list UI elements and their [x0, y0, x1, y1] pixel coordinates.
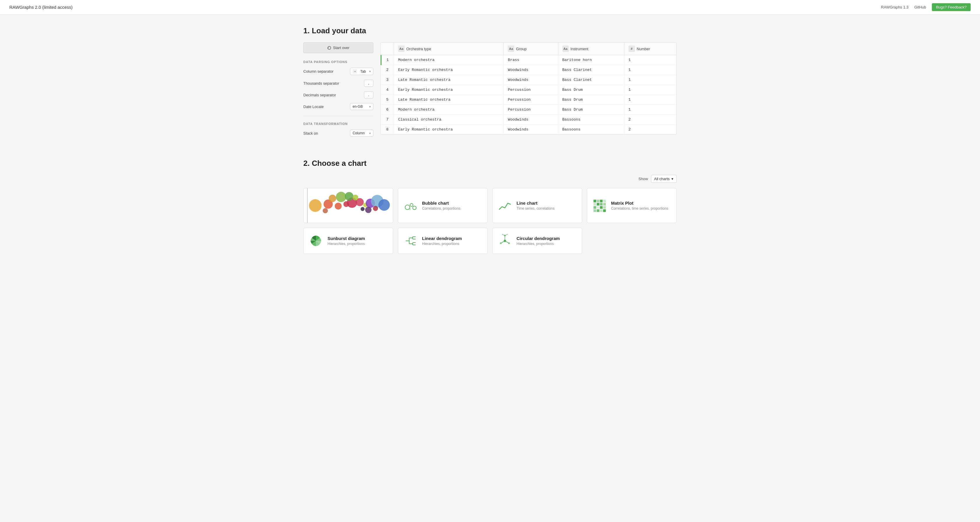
table-cell: Modern orchestra — [394, 55, 504, 65]
start-over-label: Start over — [333, 46, 349, 50]
bubble-chart-info: Bubble chart Correlations, proportions — [422, 201, 460, 211]
rawgraphs-1-3-link[interactable]: RAWGraphs 1.3 — [881, 5, 908, 10]
bubble-preview-svg — [304, 188, 393, 223]
refresh-icon — [327, 46, 331, 50]
table-cell: Bassoons — [558, 115, 624, 125]
col-type-aa-1: Aa — [398, 46, 404, 52]
tab-badge: ⇥ — [353, 69, 357, 73]
svg-rect-26 — [593, 203, 596, 206]
table-header: Aa Orchestra type Aa Group — [381, 43, 677, 55]
column-separator-select[interactable]: ⇥ Tab ▾ — [350, 68, 373, 75]
stack-on-row: Stack on Column ▾ — [303, 129, 373, 137]
chart-card-matrix[interactable]: Matrix Plot Correlations, time series, p… — [587, 188, 677, 223]
table-row: 7Classical orchestraWoodwindsBassoons2 — [381, 115, 677, 125]
linear-dendrogram-desc: Hierarchies, proportions — [422, 242, 462, 246]
table-cell: Late Romantic orchestra — [394, 95, 504, 105]
svg-rect-31 — [597, 206, 600, 209]
row-number: 4 — [381, 85, 394, 95]
start-over-button[interactable]: Start over — [303, 42, 373, 53]
table-cell: 1 — [624, 65, 676, 75]
date-locale-arrow: ▾ — [369, 105, 371, 108]
svg-point-16 — [365, 207, 372, 213]
table-cell: 1 — [624, 75, 676, 85]
svg-point-57 — [502, 234, 503, 235]
matrix-chart-icon — [592, 198, 607, 213]
table-cell: Percussion — [504, 105, 558, 115]
svg-rect-30 — [593, 206, 596, 209]
table-cell: Late Romantic orchestra — [394, 75, 504, 85]
table-cell: Bass Drum — [558, 95, 624, 105]
decimals-separator-input[interactable] — [364, 91, 373, 98]
line-chart-info: Line chart Time series, correlations — [517, 201, 554, 211]
circular-dendrogram-info: Circular dendrogram Hierarchies, proport… — [517, 236, 560, 246]
table-cell: Woodwinds — [504, 115, 558, 125]
stack-on-select[interactable]: Column ▾ — [350, 129, 373, 137]
bubble-chart-icon — [403, 198, 418, 213]
table-row: 4Early Romantic orchestraPercussionBass … — [381, 85, 677, 95]
table-cell: 1 — [624, 95, 676, 105]
svg-rect-36 — [600, 209, 603, 212]
stack-on-arrow: ▾ — [369, 132, 371, 135]
col-name-group: Group — [516, 47, 527, 51]
linear-dendrogram-icon — [403, 233, 418, 249]
stack-on-value: Column — [353, 131, 364, 135]
table-row: 6Modern orchestraPercussionBass Drum1 — [381, 105, 677, 115]
section2-heading: 2. Choose a chart — [303, 159, 677, 168]
table-cell: Early Romantic orchestra — [394, 65, 504, 75]
svg-rect-32 — [600, 206, 603, 209]
col-header-instrument: Aa Instrument — [558, 43, 624, 55]
svg-point-13 — [329, 195, 336, 202]
sunburst-chart-icon — [308, 233, 323, 249]
date-locale-select[interactable]: en-GB ▾ — [350, 103, 373, 110]
col-header-orchestra-type: Aa Orchestra type — [394, 43, 504, 55]
matrix-chart-desc: Correlations, time series, proportions — [611, 206, 668, 211]
table-cell: Early Romantic orchestra — [394, 125, 504, 134]
row-number: 2 — [381, 65, 394, 75]
row-number: 8 — [381, 125, 394, 134]
svg-rect-27 — [597, 203, 600, 206]
row-number: 7 — [381, 115, 394, 125]
github-link[interactable]: GitHub — [915, 5, 926, 10]
circular-dendrogram-desc: Hierarchies, proportions — [517, 242, 560, 246]
col-type-aa-2: Aa — [508, 46, 514, 52]
chart-card-line[interactable]: Line chart Time series, correlations — [492, 188, 582, 223]
table-cell: Woodwinds — [504, 125, 558, 134]
table-cell: Percussion — [504, 85, 558, 95]
table-cell: Woodwinds — [504, 65, 558, 75]
main-content: 1. Load your data Start over DATA PARSIN… — [286, 14, 694, 266]
bubble-chart-desc: Correlations, proportions — [422, 206, 460, 211]
svg-rect-22 — [593, 200, 596, 202]
thousands-separator-label: Thousands separator — [303, 81, 339, 86]
table-cell: Percussion — [504, 95, 558, 105]
table-cell: Bass Clarinet — [558, 65, 624, 75]
chart-card-linear-dendrogram[interactable]: Linear dendrogram Hierarchies, proportio… — [398, 228, 488, 254]
feedback-button[interactable]: Bugs? Feedback? — [932, 3, 970, 11]
chart-card-circular-dendrogram[interactable]: Circular dendrogram Hierarchies, proport… — [492, 228, 582, 254]
col-header-number: # Number — [624, 43, 676, 55]
col-type-aa-3: Aa — [562, 46, 569, 52]
column-separator-label: Column separator — [303, 69, 333, 73]
circular-dendrogram-svg — [498, 234, 512, 248]
svg-point-21 — [409, 208, 411, 210]
header-nav: RAWGraphs 1.3 GitHub Bugs? Feedback? — [881, 3, 970, 11]
sunburst-chart-name: Sunburst diagram — [328, 236, 365, 241]
table-cell: Modern orchestra — [394, 105, 504, 115]
show-select[interactable]: All charts ▾ — [651, 175, 677, 183]
svg-point-17 — [373, 206, 378, 211]
data-table: Aa Orchestra type Aa Group — [381, 43, 676, 134]
table-cell: Bass Clarinet — [558, 75, 624, 85]
decimals-separator-label: Decimals separator — [303, 93, 336, 97]
bubble-chart-preview-card[interactable] — [303, 188, 393, 223]
svg-point-19 — [410, 203, 413, 206]
column-separator-row: Column separator ⇥ Tab ▾ — [303, 68, 373, 75]
date-locale-value: en-GB — [353, 105, 363, 109]
row-number: 3 — [381, 75, 394, 85]
row-number: 6 — [381, 105, 394, 115]
data-parsing-title: DATA PARSING OPTIONS — [303, 60, 373, 64]
sidebar-divider — [303, 116, 373, 116]
chart-card-bubble[interactable]: Bubble chart Correlations, proportions — [398, 188, 488, 223]
svg-point-10 — [336, 192, 346, 202]
chart-card-sunburst[interactable]: Sunburst diagram Hierarchies, proportion… — [303, 228, 393, 254]
thousands-separator-input[interactable] — [364, 80, 373, 87]
table-cell: 1 — [624, 105, 676, 115]
